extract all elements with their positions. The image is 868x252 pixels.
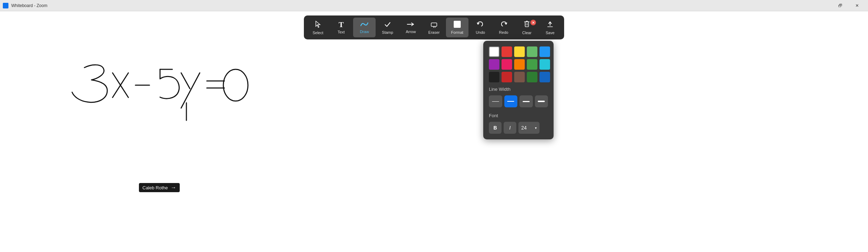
draw-tool-label: Draw xyxy=(360,30,369,34)
italic-button[interactable]: I xyxy=(504,122,516,134)
eraser-tool-button[interactable]: Eraser xyxy=(423,18,445,37)
color-light-blue[interactable] xyxy=(540,59,550,70)
app-icon xyxy=(3,3,8,8)
xthick-line-preview xyxy=(538,101,545,102)
line-width-label: Line Width xyxy=(489,87,548,92)
stamp-tool-button[interactable]: Stamp xyxy=(376,18,399,37)
color-yellow[interactable] xyxy=(514,46,525,57)
clear-icon xyxy=(523,20,531,29)
svg-point-0 xyxy=(223,69,248,101)
arrow-tool-button[interactable]: Arrow xyxy=(400,18,422,37)
color-dark-blue[interactable] xyxy=(540,72,550,82)
redo-icon xyxy=(500,21,508,29)
clear-button[interactable]: Clear ✕ xyxy=(516,18,538,37)
format-icon xyxy=(454,21,461,29)
thick-line-preview xyxy=(523,101,530,102)
svg-rect-3 xyxy=(454,21,461,28)
attribution-arrow-icon: → xyxy=(171,184,176,191)
stamp-tool-label: Stamp xyxy=(382,30,393,34)
color-white[interactable] xyxy=(489,46,499,57)
format-tool-label: Format xyxy=(451,30,464,34)
window-title: Whiteboard - Zoom xyxy=(11,3,47,8)
eraser-tool-label: Eraser xyxy=(428,30,440,34)
line-width-xthick-button[interactable] xyxy=(535,95,548,107)
select-tool-label: Select xyxy=(313,31,324,35)
redo-label: Redo xyxy=(499,30,508,34)
title-bar: Whiteboard - Zoom 🗗 ✕ xyxy=(0,0,868,11)
select-icon xyxy=(314,20,322,29)
canvas-area[interactable]: Caleb Rothe → Select T Text Draw xyxy=(0,11,868,252)
color-purple[interactable] xyxy=(489,59,499,70)
text-icon: T xyxy=(339,21,344,29)
color-light-green[interactable] xyxy=(527,46,537,57)
undo-icon xyxy=(477,21,484,29)
undo-label: Undo xyxy=(476,30,485,34)
draw-tool-button[interactable]: Draw xyxy=(353,18,376,37)
eraser-icon xyxy=(430,21,438,29)
dropdown-chevron-icon: ▾ xyxy=(535,126,537,130)
line-width-options xyxy=(489,95,548,107)
redo-button[interactable]: Redo xyxy=(492,18,515,37)
format-panel: Line Width Font B I xyxy=(483,41,554,139)
format-tool-button[interactable]: Format xyxy=(446,18,468,37)
arrow-icon xyxy=(407,21,415,28)
font-controls: B I 24 ▾ xyxy=(489,122,548,134)
color-orange[interactable] xyxy=(514,59,525,70)
select-tool-button[interactable]: Select xyxy=(307,18,329,37)
arrow-tool-label: Arrow xyxy=(406,30,416,34)
font-size-value: 24 xyxy=(521,125,527,131)
stamp-icon xyxy=(384,21,391,29)
draw-icon xyxy=(360,21,369,28)
title-bar-controls: 🗗 ✕ xyxy=(832,0,865,11)
color-black[interactable] xyxy=(489,72,499,82)
font-label: Font xyxy=(489,113,548,118)
toolbar: Select T Text Draw Stamp xyxy=(304,15,564,39)
color-brown[interactable] xyxy=(514,72,525,82)
close-button[interactable]: ✕ xyxy=(849,0,865,11)
color-dark-red[interactable] xyxy=(502,72,512,82)
color-grid xyxy=(489,46,548,82)
line-width-thick-button[interactable] xyxy=(519,95,533,107)
color-blue[interactable] xyxy=(540,46,550,57)
font-size-dropdown[interactable]: 24 ▾ xyxy=(518,122,540,134)
color-pink[interactable] xyxy=(502,59,512,70)
svg-rect-2 xyxy=(431,23,437,26)
save-button[interactable]: Save xyxy=(539,18,561,37)
color-green[interactable] xyxy=(527,59,537,70)
text-tool-button[interactable]: T Text xyxy=(330,18,352,37)
thin-line-preview xyxy=(492,101,499,102)
font-section: Font B I 24 ▾ xyxy=(489,113,548,134)
line-width-medium-button[interactable] xyxy=(504,95,518,107)
save-icon xyxy=(546,20,554,29)
undo-button[interactable]: Undo xyxy=(469,18,492,37)
save-label: Save xyxy=(545,31,554,35)
color-dark-green[interactable] xyxy=(527,72,537,82)
title-bar-left: Whiteboard - Zoom xyxy=(3,3,47,8)
bold-button[interactable]: B xyxy=(489,122,502,134)
italic-icon: I xyxy=(509,125,511,131)
bold-icon: B xyxy=(493,125,497,131)
attribution-label: Caleb Rothe → xyxy=(139,183,180,192)
medium-line-preview xyxy=(507,101,514,102)
color-red[interactable] xyxy=(502,46,512,57)
line-width-thin-button[interactable] xyxy=(489,95,502,107)
attribution-name: Caleb Rothe xyxy=(142,185,168,190)
drawing-canvas xyxy=(0,11,868,252)
restore-button[interactable]: 🗗 xyxy=(832,0,848,11)
clear-label: Clear xyxy=(522,31,531,35)
text-tool-label: Text xyxy=(338,30,345,34)
